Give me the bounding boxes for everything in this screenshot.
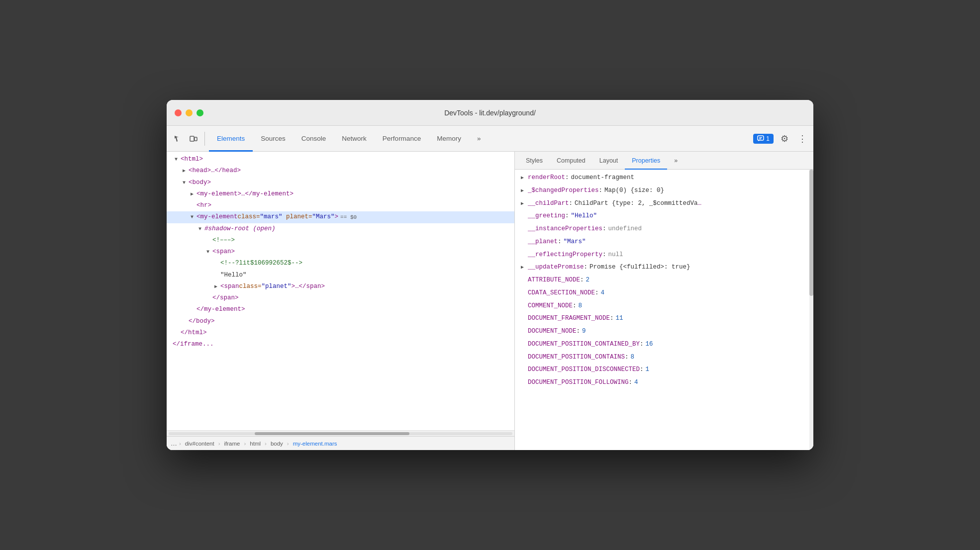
collapse-triangle[interactable]: ▼ [191,213,196,221]
prop-instance-properties[interactable]: __instanceProperties : undefined [515,223,809,236]
tree-close-my-element[interactable]: </my-element> [167,304,514,315]
properties-list[interactable]: ▶ renderRoot : document-fragment ▶ _$cha… [515,170,809,450]
prop-attribute-node[interactable]: ATTRIBUTE_NODE : 2 [515,274,809,287]
panel-tab-more[interactable]: » [667,152,685,170]
tree-shadow-root[interactable]: ▼ #shadow-root (open) [167,223,514,235]
tab-network[interactable]: Network [334,126,375,152]
tree-close-html[interactable]: </html> [167,327,514,339]
tree-head[interactable]: ▶ <head>…</head> [167,165,514,177]
panel-tabs: Styles Computed Layout Properties » [515,152,813,170]
more-options-button[interactable]: ⋮ [795,132,809,146]
traffic-lights [175,109,203,116]
settings-button[interactable]: ⚙ [778,132,791,146]
main-toolbar: Elements Sources Console Network Perform… [167,126,813,152]
chat-badge[interactable]: 1 [753,134,774,144]
tree-my-element-selected[interactable]: ▼ <my-element class="mars" planet="Mars"… [167,211,514,223]
prop-document-node[interactable]: DOCUMENT_NODE : 9 [515,325,809,338]
tree-close-span[interactable]: </span> [167,292,514,304]
collapse-triangle[interactable]: ▶ [191,190,196,198]
tree-span-planet[interactable]: ▶ <span class="planet">…</span> [167,281,514,292]
svg-rect-1 [195,137,197,141]
panel-tab-properties[interactable]: Properties [625,152,667,170]
breadcrumb-iframe[interactable]: iframe [222,440,242,447]
collapse-triangle[interactable]: ▶ [214,282,220,291]
prop-doc-position-contains[interactable]: DOCUMENT_POSITION_CONTAINS : 8 [515,351,809,364]
tab-memory[interactable]: Memory [429,126,469,152]
tree-iframe-partial[interactable]: </iframe... [167,339,514,350]
minimize-button[interactable] [186,109,193,116]
devtools-window: DevTools - lit.dev/playground/ [167,100,813,450]
prop-comment-node[interactable]: COMMENT_NODE : 8 [515,300,809,313]
tab-sources[interactable]: Sources [253,126,294,152]
main-content: ▼ <html> ▶ <head>…</head> ▼ <body> [167,152,813,450]
panel-tab-layout[interactable]: Layout [592,152,625,170]
properties-panel: Styles Computed Layout Properties » [515,152,813,450]
svg-rect-3 [759,137,762,138]
tree-comment-1[interactable]: <!–––> [167,235,514,246]
breadcrumb-my-element[interactable]: my-element.mars [291,440,339,447]
tree-hr[interactable]: <hr> [167,200,514,211]
collapse-triangle[interactable]: ▼ [175,155,181,164]
tab-more[interactable]: » [469,126,489,152]
svg-rect-0 [190,136,194,141]
breadcrumb-bar: … › div#content › iframe › html › body ›… [167,436,514,450]
inspect-element-button[interactable] [171,132,185,146]
horizontal-scrollbar[interactable] [167,430,514,436]
prop-child-part[interactable]: ▶ __childPart : ChildPart {type: 2, _$co… [515,197,809,210]
maximize-button[interactable] [196,109,203,116]
breadcrumb-div-content[interactable]: div#content [183,440,216,447]
breadcrumb-body[interactable]: body [269,440,285,447]
devtools-container: Elements Sources Console Network Perform… [167,126,813,450]
prop-doc-position-disconnected[interactable]: DOCUMENT_POSITION_DISCONNECTED : 1 [515,364,809,376]
prop-cdata-section-node[interactable]: CDATA_SECTION_NODE : 4 [515,287,809,300]
prop-reflecting-property[interactable]: __reflectingProperty : null [515,249,809,262]
prop-planet[interactable]: __planet : "Mars" [515,236,809,249]
prop-greeting[interactable]: __greeting : "Hello" [515,210,809,223]
collapse-triangle[interactable]: ▼ [183,179,189,187]
main-tabs: Elements Sources Console Network Perform… [209,126,753,152]
tab-console[interactable]: Console [294,126,334,152]
breadcrumb-html[interactable]: html [248,440,263,447]
tree-html[interactable]: ▼ <html> [167,154,514,165]
tree-span-1[interactable]: ▼ <span> [167,246,514,258]
prop-changed-properties[interactable]: ▶ _$changedProperties : Map(0) {size: 0} [515,184,809,197]
svg-rect-4 [759,138,761,139]
properties-content: ▶ renderRoot : document-fragment ▶ _$cha… [515,170,813,450]
tree-close-body[interactable]: </body> [167,316,514,327]
close-button[interactable] [175,109,182,116]
prop-update-promise[interactable]: ▶ __updatePromise : Promise {<fulfilled>… [515,261,809,274]
collapse-triangle[interactable]: ▼ [198,225,204,233]
tree-hello-text[interactable]: "Hello" [167,270,514,281]
panel-tab-computed[interactable]: Computed [550,152,592,170]
elements-tree[interactable]: ▼ <html> ▶ <head>…</head> ▼ <body> [167,152,514,430]
breadcrumb-more[interactable]: … [171,440,177,447]
prop-doc-position-contained-by[interactable]: DOCUMENT_POSITION_CONTAINED_BY : 16 [515,338,809,351]
window-title: DevTools - lit.dev/playground/ [444,109,536,117]
tab-performance[interactable]: Performance [375,126,429,152]
collapse-triangle[interactable]: ▼ [206,248,212,256]
prop-render-root[interactable]: ▶ renderRoot : document-fragment [515,172,809,184]
device-toggle-button[interactable] [187,132,200,146]
tree-body[interactable]: ▼ <body> [167,177,514,188]
tab-elements[interactable]: Elements [209,126,253,152]
toolbar-right: 1 ⚙ ⋮ [753,132,809,146]
tree-my-element-1[interactable]: ▶ <my-element>…</my-element> [167,188,514,200]
titlebar: DevTools - lit.dev/playground/ [167,100,813,126]
tree-lit-comment[interactable]: <!--?lit$106992652$--> [167,258,514,269]
prop-doc-position-following[interactable]: DOCUMENT_POSITION_FOLLOWING : 4 [515,376,809,389]
panel-tab-styles[interactable]: Styles [519,152,550,170]
elements-panel: ▼ <html> ▶ <head>…</head> ▼ <body> [167,152,515,450]
collapse-triangle[interactable]: ▶ [183,167,189,175]
toolbar-icons [171,132,205,146]
prop-document-fragment-node[interactable]: DOCUMENT_FRAGMENT_NODE : 11 [515,312,809,325]
vertical-scrollbar[interactable] [809,170,813,450]
